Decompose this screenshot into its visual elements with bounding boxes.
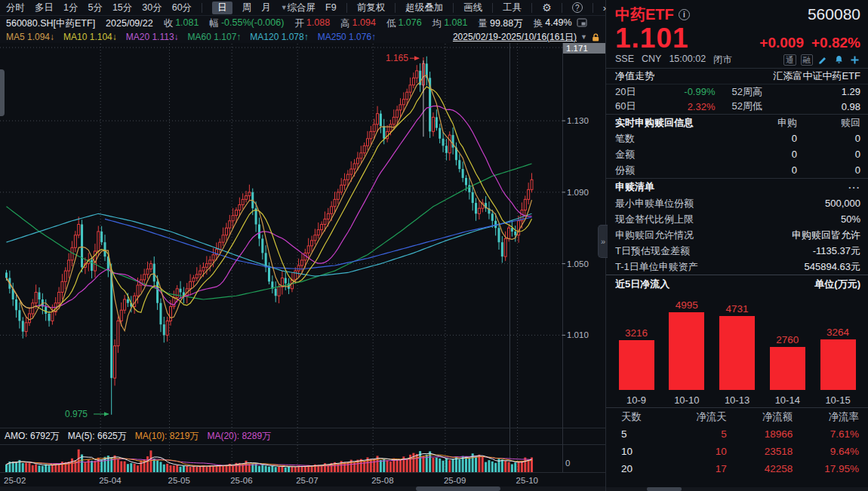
field-value: 1.081 (444, 17, 467, 30)
svg-text:25-05: 25-05 (168, 476, 190, 485)
table-header-cell: 天数 (615, 410, 660, 424)
nav-trend-row[interactable]: 净值走势 汇添富中证中药ETF (606, 68, 868, 84)
table-cell: 20 (615, 463, 660, 474)
svg-text:1.130: 1.130 (567, 116, 589, 125)
help-icon[interactable]: ? (572, 2, 583, 13)
realtime-row-amount: 金额 0 0 (606, 146, 868, 162)
date-range-selector[interactable]: 2025/02/19-2025/10/16(161日) ▼ (453, 31, 601, 44)
flow-bar-column: 499510-10 (667, 294, 706, 406)
volume-legend: AMO: 6792万MA(5): 6625万MA(10): 8219万MA(20… (5, 430, 271, 443)
nav-60d-value: 2.32% (659, 101, 732, 112)
etf-code: 560080 (808, 5, 860, 23)
menu-divider (531, 3, 532, 13)
panel-collapse-handle[interactable]: » (598, 225, 608, 258)
period-menu: 分时多日1分5分15分30分60分日周月▼ (6, 2, 288, 14)
menu-item-前复权[interactable]: 前复权 (357, 2, 386, 14)
menu-item-分时[interactable]: 分时 (6, 2, 25, 14)
ma-lines (7, 75, 532, 330)
menu-divider (395, 3, 396, 13)
menu-item-5分[interactable]: 5分 (88, 2, 102, 14)
add-plus-icon[interactable] (849, 54, 860, 66)
volume-bars (5, 450, 533, 472)
menu-item-周[interactable]: 周 (242, 2, 252, 14)
svg-text:25-06: 25-06 (230, 476, 252, 485)
menu-item-超级叠加[interactable]: 超级叠加 (405, 2, 443, 14)
nav-20d-value: -0.99% (659, 86, 732, 97)
candlestick-chart[interactable]: 1.1711.1301.0901.0501.010025-0225-0425-0… (0, 0, 605, 491)
last-price: 1.101 (615, 26, 689, 51)
ma-legend-MA250: MA250 1.076↑ (318, 32, 376, 42)
ma-legend-row: MA5 1.094↓MA10 1.104↓MA20 1.113↓MA60 1.1… (0, 31, 605, 43)
pcf-list-header: 申赎清单 ··· (606, 178, 868, 195)
flow-bar-column: 473110-13 (718, 294, 757, 406)
nav-row-20d: 20日 -0.99% 52周高 1.29 (606, 84, 868, 99)
volume-legend-MA10: MA(10): 8219万 (135, 430, 199, 443)
menu-item-30分[interactable]: 30分 (142, 2, 162, 14)
unlock-icon[interactable] (591, 32, 601, 42)
realtime-row-shares: 份额 0 0 (606, 162, 868, 178)
pip-window-icon[interactable] (577, 18, 587, 29)
symbol-label: 560080.SH[中药ETF] (6, 17, 95, 30)
menu-item-画线[interactable]: 画线 (463, 2, 482, 14)
candles (5, 57, 533, 415)
more-button[interactable]: ··· (848, 182, 860, 193)
52w-low-value: 0.98 (788, 101, 861, 112)
fund-full-name: 汇添富中证中药ETF (773, 69, 860, 83)
list-row-t-cash: T日预估现金差额-1135.37元 (606, 243, 868, 259)
svg-text:25-10: 25-10 (516, 476, 538, 485)
svg-text:1.171: 1.171 (566, 44, 588, 53)
menu-item-多日[interactable]: 多日 (35, 2, 54, 14)
chevron-down-icon[interactable]: ▼ (580, 33, 587, 41)
menu-item-月[interactable]: 月 (261, 2, 271, 14)
chart-annotations: 1.1650.975 (65, 53, 423, 419)
tools-menu: 综合屏F9前复权超级叠加画线工具⚙?› (288, 2, 607, 14)
menu-item-15分[interactable]: 15分 (112, 2, 132, 14)
menu-divider (453, 3, 454, 13)
table-header-cell: 净流率 (793, 410, 859, 424)
left-panel-grip[interactable] (0, 69, 5, 116)
ma-legend-MA10: MA10 1.104↓ (63, 32, 117, 42)
flow-bar-date: 10-15 (825, 390, 850, 406)
field-value: 1.088 (306, 17, 330, 30)
field-label: 换 (534, 17, 543, 30)
alert-bell-icon[interactable] (833, 54, 845, 66)
scrollbar-thumb[interactable] (647, 487, 682, 491)
field-label: 收 (164, 17, 174, 30)
svg-text:1.165: 1.165 (386, 53, 408, 63)
chart-horizontal-scrollbar[interactable] (0, 486, 605, 491)
grid-lines (0, 43, 562, 472)
52w-high-value: 1.29 (788, 86, 861, 97)
ma-legend: MA5 1.094↓MA10 1.104↓MA20 1.113↓MA60 1.1… (6, 32, 376, 42)
field-value: 4.49% (545, 17, 571, 30)
list-row-cash-ratio: 现金替代比例上限50% (606, 211, 868, 227)
chevron-right-icon[interactable]: › (603, 2, 606, 14)
info-icon[interactable]: i (679, 9, 690, 20)
svg-text:25-04: 25-04 (99, 476, 122, 485)
menu-item-60分[interactable]: 60分 (172, 2, 192, 14)
flow-bar-column: 321610-9 (617, 294, 656, 406)
svg-text:0.975: 0.975 (65, 409, 88, 419)
flow-bar-date: 10-9 (626, 390, 646, 406)
quote-field-开: 开1.088 (294, 17, 330, 30)
menu-divider (562, 3, 562, 13)
quote-panel: 中药ETF i 560080 1.101 +0.009 +0.82% SSE C… (605, 0, 868, 491)
price-change-pct: +0.82% (811, 35, 860, 51)
quote-time: 15:00:02 (669, 54, 706, 66)
menu-item-日[interactable]: 日 (212, 2, 232, 14)
period-dropdown-icon[interactable]: ▼ (281, 4, 288, 11)
menu-item-1分[interactable]: 1分 (63, 2, 78, 14)
net-inflow-table: 天数净流天净流额净流率55189667.61%1010235189.64%201… (606, 407, 868, 477)
field-label: 幅 (209, 17, 219, 30)
edit-pencil-icon[interactable] (817, 54, 829, 66)
settings-gear-icon[interactable]: ⚙ (542, 2, 552, 14)
menu-item-综合屏[interactable]: 综合屏 (288, 2, 316, 14)
table-row: 1010235189.64% (606, 443, 868, 460)
flow-bar-value: 2760 (776, 334, 799, 347)
menu-item-F9[interactable]: F9 (325, 2, 337, 13)
panel-horizontal-scrollbar[interactable] (606, 487, 868, 491)
flow-bar (770, 347, 805, 390)
market-status: 闭市 (713, 54, 732, 66)
field-label: 开 (294, 17, 304, 30)
menu-item-工具[interactable]: 工具 (503, 2, 522, 14)
scrollbar-thumb[interactable] (416, 486, 500, 491)
